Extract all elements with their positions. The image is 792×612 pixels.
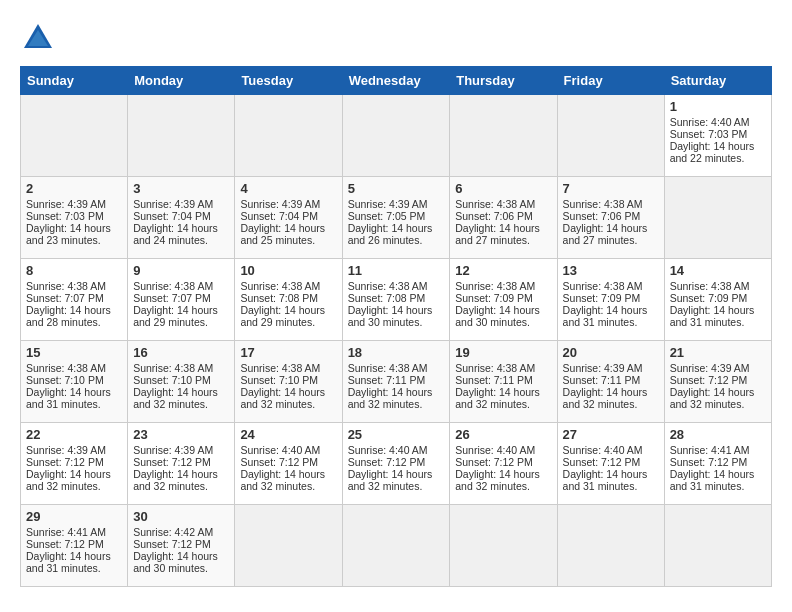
calendar-week-5: 22 Sunrise: 4:39 AM Sunset: 7:12 PM Dayl… — [21, 423, 772, 505]
sunset-label: Sunset: 7:09 PM — [455, 292, 533, 304]
sunrise-label: Sunrise: 4:40 AM — [348, 444, 428, 456]
sunset-label: Sunset: 7:06 PM — [563, 210, 641, 222]
daylight-label: Daylight: 14 hours and 32 minutes. — [348, 468, 433, 492]
calendar-cell: 15 Sunrise: 4:38 AM Sunset: 7:10 PM Dayl… — [21, 341, 128, 423]
daylight-label: Daylight: 14 hours and 27 minutes. — [563, 222, 648, 246]
calendar-cell: 17 Sunrise: 4:38 AM Sunset: 7:10 PM Dayl… — [235, 341, 342, 423]
sunrise-label: Sunrise: 4:41 AM — [670, 444, 750, 456]
calendar-week-4: 15 Sunrise: 4:38 AM Sunset: 7:10 PM Dayl… — [21, 341, 772, 423]
col-monday: Monday — [128, 67, 235, 95]
sunrise-label: Sunrise: 4:38 AM — [133, 280, 213, 292]
sunset-label: Sunset: 7:11 PM — [563, 374, 641, 386]
sunset-label: Sunset: 7:08 PM — [348, 292, 426, 304]
calendar-cell — [450, 95, 557, 177]
daylight-label: Daylight: 14 hours and 31 minutes. — [26, 550, 111, 574]
calendar-cell: 28 Sunrise: 4:41 AM Sunset: 7:12 PM Dayl… — [664, 423, 771, 505]
calendar-cell: 25 Sunrise: 4:40 AM Sunset: 7:12 PM Dayl… — [342, 423, 450, 505]
calendar-cell: 6 Sunrise: 4:38 AM Sunset: 7:06 PM Dayli… — [450, 177, 557, 259]
sunset-label: Sunset: 7:10 PM — [133, 374, 211, 386]
day-number: 14 — [670, 263, 766, 278]
day-number: 5 — [348, 181, 445, 196]
daylight-label: Daylight: 14 hours and 32 minutes. — [133, 468, 218, 492]
daylight-label: Daylight: 14 hours and 24 minutes. — [133, 222, 218, 246]
day-number: 26 — [455, 427, 551, 442]
sunrise-label: Sunrise: 4:38 AM — [455, 280, 535, 292]
daylight-label: Daylight: 14 hours and 32 minutes. — [26, 468, 111, 492]
calendar-cell: 24 Sunrise: 4:40 AM Sunset: 7:12 PM Dayl… — [235, 423, 342, 505]
col-thursday: Thursday — [450, 67, 557, 95]
sunset-label: Sunset: 7:12 PM — [133, 456, 211, 468]
calendar-week-6: 29 Sunrise: 4:41 AM Sunset: 7:12 PM Dayl… — [21, 505, 772, 587]
calendar-cell: 16 Sunrise: 4:38 AM Sunset: 7:10 PM Dayl… — [128, 341, 235, 423]
sunrise-label: Sunrise: 4:38 AM — [563, 198, 643, 210]
sunrise-label: Sunrise: 4:39 AM — [26, 198, 106, 210]
col-sunday: Sunday — [21, 67, 128, 95]
sunrise-label: Sunrise: 4:38 AM — [240, 280, 320, 292]
page-header — [20, 20, 772, 56]
day-number: 29 — [26, 509, 122, 524]
daylight-label: Daylight: 14 hours and 32 minutes. — [348, 386, 433, 410]
logo — [20, 20, 62, 56]
sunset-label: Sunset: 7:03 PM — [670, 128, 748, 140]
sunset-label: Sunset: 7:07 PM — [26, 292, 104, 304]
daylight-label: Daylight: 14 hours and 22 minutes. — [670, 140, 755, 164]
day-number: 22 — [26, 427, 122, 442]
sunrise-label: Sunrise: 4:42 AM — [133, 526, 213, 538]
daylight-label: Daylight: 14 hours and 29 minutes. — [240, 304, 325, 328]
calendar-cell: 29 Sunrise: 4:41 AM Sunset: 7:12 PM Dayl… — [21, 505, 128, 587]
calendar-cell — [21, 95, 128, 177]
sunset-label: Sunset: 7:04 PM — [133, 210, 211, 222]
sunset-label: Sunset: 7:12 PM — [563, 456, 641, 468]
daylight-label: Daylight: 14 hours and 32 minutes. — [563, 386, 648, 410]
calendar-cell: 8 Sunrise: 4:38 AM Sunset: 7:07 PM Dayli… — [21, 259, 128, 341]
col-tuesday: Tuesday — [235, 67, 342, 95]
sunrise-label: Sunrise: 4:38 AM — [455, 198, 535, 210]
daylight-label: Daylight: 14 hours and 32 minutes. — [133, 386, 218, 410]
daylight-label: Daylight: 14 hours and 31 minutes. — [563, 304, 648, 328]
daylight-label: Daylight: 14 hours and 32 minutes. — [455, 386, 540, 410]
daylight-label: Daylight: 14 hours and 32 minutes. — [240, 468, 325, 492]
day-number: 3 — [133, 181, 229, 196]
sunset-label: Sunset: 7:09 PM — [670, 292, 748, 304]
calendar-cell: 30 Sunrise: 4:42 AM Sunset: 7:12 PM Dayl… — [128, 505, 235, 587]
day-number: 7 — [563, 181, 659, 196]
daylight-label: Daylight: 14 hours and 23 minutes. — [26, 222, 111, 246]
daylight-label: Daylight: 14 hours and 29 minutes. — [133, 304, 218, 328]
sunset-label: Sunset: 7:09 PM — [563, 292, 641, 304]
sunrise-label: Sunrise: 4:39 AM — [26, 444, 106, 456]
sunset-label: Sunset: 7:12 PM — [670, 374, 748, 386]
daylight-label: Daylight: 14 hours and 27 minutes. — [455, 222, 540, 246]
sunrise-label: Sunrise: 4:38 AM — [563, 280, 643, 292]
sunrise-label: Sunrise: 4:39 AM — [240, 198, 320, 210]
day-number: 4 — [240, 181, 336, 196]
sunrise-label: Sunrise: 4:39 AM — [348, 198, 428, 210]
daylight-label: Daylight: 14 hours and 31 minutes. — [563, 468, 648, 492]
calendar-cell: 3 Sunrise: 4:39 AM Sunset: 7:04 PM Dayli… — [128, 177, 235, 259]
sunset-label: Sunset: 7:12 PM — [670, 456, 748, 468]
daylight-label: Daylight: 14 hours and 31 minutes. — [670, 304, 755, 328]
calendar-cell: 20 Sunrise: 4:39 AM Sunset: 7:11 PM Dayl… — [557, 341, 664, 423]
day-number: 12 — [455, 263, 551, 278]
calendar-cell: 13 Sunrise: 4:38 AM Sunset: 7:09 PM Dayl… — [557, 259, 664, 341]
calendar-cell — [235, 95, 342, 177]
calendar-cell — [342, 505, 450, 587]
day-number: 8 — [26, 263, 122, 278]
sunset-label: Sunset: 7:04 PM — [240, 210, 318, 222]
calendar-cell — [235, 505, 342, 587]
daylight-label: Daylight: 14 hours and 25 minutes. — [240, 222, 325, 246]
sunrise-label: Sunrise: 4:38 AM — [348, 362, 428, 374]
daylight-label: Daylight: 14 hours and 31 minutes. — [670, 468, 755, 492]
sunset-label: Sunset: 7:12 PM — [26, 538, 104, 550]
calendar-cell: 19 Sunrise: 4:38 AM Sunset: 7:11 PM Dayl… — [450, 341, 557, 423]
calendar-header-row: Sunday Monday Tuesday Wednesday Thursday… — [21, 67, 772, 95]
sunrise-label: Sunrise: 4:38 AM — [26, 362, 106, 374]
calendar-cell — [450, 505, 557, 587]
calendar-cell: 23 Sunrise: 4:39 AM Sunset: 7:12 PM Dayl… — [128, 423, 235, 505]
calendar-cell — [664, 505, 771, 587]
day-number: 19 — [455, 345, 551, 360]
calendar-cell: 10 Sunrise: 4:38 AM Sunset: 7:08 PM Dayl… — [235, 259, 342, 341]
daylight-label: Daylight: 14 hours and 30 minutes. — [348, 304, 433, 328]
sunset-label: Sunset: 7:12 PM — [26, 456, 104, 468]
calendar-cell: 26 Sunrise: 4:40 AM Sunset: 7:12 PM Dayl… — [450, 423, 557, 505]
day-number: 1 — [670, 99, 766, 114]
